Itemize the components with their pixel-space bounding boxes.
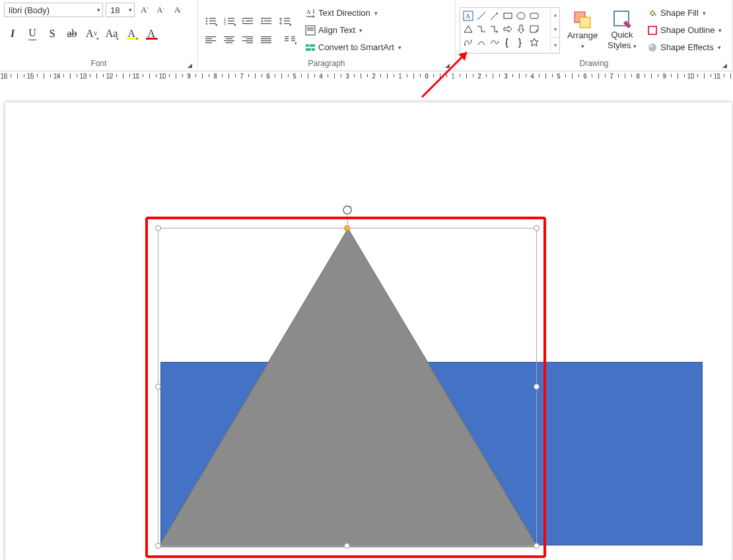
gallery-more-icon[interactable]: ▾ [551,37,559,52]
justify-button[interactable] [258,32,275,47]
svg-point-2 [206,20,207,21]
svg-rect-36 [261,42,271,43]
bold-button[interactable]: I [4,25,21,42]
resize-handle-ml[interactable] [155,384,161,390]
shape-fill-label: Shape Fill [660,8,699,18]
chevron-down-icon: ▾ [718,44,721,51]
columns-button[interactable]: ▾ [281,32,298,47]
arrange-button[interactable]: Arrange ▾ [565,7,600,53]
resize-handle-tl[interactable] [155,225,161,231]
drawing-dialog-launcher[interactable]: ◢ [720,61,728,69]
underline-button[interactable]: U [24,25,41,42]
change-case-button[interactable]: Aa▾ [103,25,120,42]
text-direction-button[interactable]: A Text Direction ▾ [302,6,404,20]
align-left-button[interactable] [202,32,219,47]
shape-fill-icon [647,8,658,18]
line-spacing-button[interactable]: ▾ [276,14,293,28]
svg-line-53 [477,12,485,20]
triangle-shape-icon[interactable] [462,22,475,36]
shape-outline-button[interactable]: Shape Outline ▾ [645,23,724,38]
align-right-button[interactable] [239,32,256,47]
chevron-down-icon: ▾ [718,27,722,34]
highlight-button[interactable]: A▾ [123,25,140,42]
svg-rect-18 [284,18,290,18]
quick-styles-label1: Quick [611,30,633,40]
resize-handle-bl[interactable] [155,543,161,549]
gallery-scroll-down-icon[interactable]: ▾ [551,22,559,37]
svg-point-66 [650,45,652,48]
align-center-button[interactable] [221,32,238,47]
svg-rect-34 [261,38,271,39]
shape-effects-icon [647,42,658,53]
convert-smartart-button[interactable]: Convert to SmartArt ▾ [302,40,404,55]
increase-font-button[interactable]: Aˆ [137,3,152,17]
font-name-combo[interactable]: libri (Body) ▾ [4,3,103,17]
chevron-down-icon: ▾ [374,10,378,17]
horizontal-ruler[interactable]: 1615141312111098765432101234567891011 [0,71,733,86]
font-dialog-launcher[interactable]: ◢ [186,61,193,69]
svg-rect-24 [205,42,212,43]
font-name-value: libri (Body) [9,5,50,15]
right-brace-icon[interactable]: } [514,36,528,49]
shape-fill-button[interactable]: Shape Fill ▾ [645,6,724,20]
decrease-font-button[interactable]: Aˇ [153,3,168,17]
rectangle-shape-icon[interactable] [501,9,514,22]
strikethrough-button[interactable]: ab [63,25,81,42]
shadow-button[interactable]: S [44,25,61,42]
resize-handle-br[interactable] [534,543,540,549]
connector-elbow-icon[interactable] [475,22,488,36]
adjustment-handle[interactable] [344,225,350,231]
gallery-scroll-up-icon[interactable]: ▴ [551,8,559,22]
arrange-label: Arrange [567,31,598,40]
align-text-button[interactable]: Align Text ▾ [302,23,404,38]
line-shape-icon[interactable] [475,9,488,22]
clear-formatting-button[interactable]: A⁄ [170,3,185,17]
resize-handle-mb[interactable] [344,543,350,549]
freeform-shape-icon[interactable] [462,36,475,49]
svg-rect-31 [242,40,253,41]
shapes-gallery[interactable]: A [460,7,560,53]
font-size-value: 18 [110,5,120,15]
svg-point-58 [464,44,466,46]
svg-rect-9 [228,20,234,21]
character-spacing-button[interactable]: AV▾ [83,25,100,42]
arc-shape-icon[interactable] [475,36,488,49]
drawing-group-label: Drawing [579,59,608,68]
svg-point-4 [206,22,207,24]
right-arrow-shape-icon[interactable] [501,22,514,36]
down-arrow-shape-icon[interactable] [514,22,528,36]
shape-effects-button[interactable]: Shape Effects ▾ [645,40,724,55]
svg-rect-55 [504,13,512,18]
numbering-button[interactable]: 123▾ [221,14,238,28]
textbox-shape-icon[interactable]: A [462,9,475,22]
oval-shape-icon[interactable] [514,9,528,22]
line-arrow-shape-icon[interactable] [488,9,501,22]
increase-indent-button[interactable] [258,14,275,28]
resize-handle-tr[interactable] [534,225,540,231]
connector-elbow-arrow-icon[interactable] [488,22,501,36]
paragraph-dialog-launcher[interactable]: ◢ [443,61,451,69]
rounded-rect-shape-icon[interactable] [528,9,541,22]
svg-point-56 [517,13,525,19]
rotation-handle[interactable] [342,205,353,215]
left-brace-icon[interactable]: { [501,36,514,49]
svg-rect-13 [246,20,253,21]
gallery-scroll[interactable]: ▴ ▾ ▾ [550,8,559,53]
star-shape-icon[interactable] [528,36,541,49]
quick-styles-button[interactable]: Quick Styles ▾ [605,7,639,53]
font-group-label: Font [90,59,106,68]
rotation-connector [347,215,348,225]
selection-box [158,228,537,546]
svg-rect-48 [310,44,315,47]
chevron-down-icon: ▾ [97,7,100,13]
bullets-button[interactable]: ▾ [202,14,219,28]
curve-shape-icon[interactable] [488,36,501,49]
folded-corner-shape-icon[interactable] [528,22,541,36]
slide-canvas[interactable] [0,86,733,560]
text-direction-icon: A [305,8,316,18]
font-size-combo[interactable]: 18 ▾ [106,3,135,17]
svg-rect-49 [306,48,311,51]
font-color-button[interactable]: A▾ [143,25,160,42]
resize-handle-mr[interactable] [534,384,540,390]
decrease-indent-button[interactable] [239,14,256,28]
